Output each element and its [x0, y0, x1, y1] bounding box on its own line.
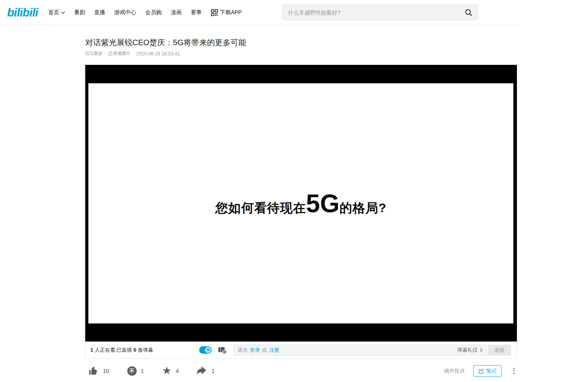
register-link[interactable]: 注册 — [269, 347, 279, 354]
favorite-count: 4 — [176, 368, 179, 374]
watching-count: 1 — [90, 347, 93, 353]
nav-item-label: 首页 — [48, 9, 59, 16]
nav-item-label: 漫画 — [171, 9, 182, 16]
note-button-label: 笔记 — [486, 367, 496, 375]
nav-item-label: 番剧 — [74, 9, 85, 16]
search-input[interactable] — [288, 9, 465, 16]
nav-item-manga[interactable]: 漫画 — [171, 9, 182, 16]
coin-count: 1 — [141, 368, 144, 374]
nav-item-label: 游戏中心 — [114, 9, 136, 16]
play-count: 521播放 — [85, 50, 103, 57]
nav-item-download-app[interactable]: 下载APP — [211, 9, 242, 16]
nav-item-label: 赛事 — [191, 9, 202, 16]
share-count: 1 — [211, 368, 214, 374]
note-button[interactable]: 笔记 — [473, 365, 502, 377]
thumbs-up-icon — [88, 366, 99, 376]
nav-item-home[interactable]: 首页 — [48, 9, 65, 16]
caption-5g-text: 5G — [306, 189, 339, 218]
coin-icon: 不 — [127, 366, 137, 376]
nav-item-bangumi[interactable]: 番剧 — [74, 9, 85, 16]
video-frame: 您如何看待现在5G的格局? — [88, 83, 513, 323]
share-button[interactable]: 1 — [197, 366, 214, 376]
more-menu-icon[interactable] — [513, 368, 515, 374]
top-nav-bar: bilibili 首页 番剧 直播 游戏中心 会员购 漫画 赛事 — [0, 0, 520, 25]
favorite-button[interactable]: ★ 4 — [162, 365, 179, 376]
nav-item-live[interactable]: 直播 — [94, 9, 105, 16]
danmaku-settings-icon[interactable] — [218, 346, 227, 354]
like-button[interactable]: 10 — [88, 366, 109, 376]
danmaku-toggle[interactable]: 弹 — [199, 346, 212, 354]
share-arrow-icon — [197, 366, 207, 376]
loaded-danmaku-count: 0 — [134, 347, 136, 353]
note-edit-icon — [478, 368, 484, 374]
video-meta: 521播放 · 总弹幕数0 2020-06-25 16:53:41 — [85, 50, 517, 57]
nav-item-game-center[interactable]: 游戏中心 — [114, 9, 136, 16]
action-bar-right: 稿件投诉 笔记 — [444, 365, 517, 377]
loaded-danmaku-text: 条弹幕 — [138, 347, 153, 354]
login-hint-or: 或 — [262, 347, 267, 354]
meta-separator: · — [104, 51, 106, 57]
search-icon[interactable] — [465, 9, 473, 17]
search-box[interactable] — [282, 4, 478, 20]
video-player[interactable]: 您如何看待现在5G的格局? — [85, 65, 517, 342]
danmaku-input[interactable]: 请先 登录 或 注册 弹幕礼仪 — [233, 345, 487, 356]
send-button[interactable]: 发送 — [488, 345, 511, 356]
coin-button[interactable]: 不 1 — [127, 366, 144, 376]
video-caption: 您如何看待现在5G的格局? — [215, 189, 387, 218]
watching-status: 1 人正在看,已装填 0 条弹幕 — [90, 347, 199, 354]
danmaku-toggle-knob: 弹 — [205, 347, 211, 353]
caption-text: 您如何看待现在 — [215, 201, 306, 215]
star-icon: ★ — [162, 365, 171, 376]
danmaku-etiquette-link[interactable]: 弹幕礼仪 — [457, 347, 483, 354]
nav-item-label: 直播 — [94, 9, 105, 16]
danmaku-total: 总弹幕数0 — [108, 50, 130, 57]
danmaku-etiquette-label: 弹幕礼仪 — [457, 347, 478, 354]
publish-datetime: 2020-06-25 16:53:41 — [136, 51, 180, 57]
bilibili-logo[interactable]: bilibili — [7, 7, 38, 18]
login-hint-prefix: 请先 — [238, 347, 248, 354]
primary-nav: 首页 番剧 直播 游戏中心 会员购 漫画 赛事 — [48, 9, 242, 16]
action-bar: 10 不 1 ★ 4 1 稿件投诉 笔记 — [85, 359, 517, 382]
like-count: 10 — [103, 368, 109, 374]
qr-code-icon — [211, 9, 218, 16]
danmaku-toolbar: 1 人正在看,已装填 0 条弹幕 弹 请先 登录 或 注册 — [85, 342, 517, 359]
nav-item-label: 下载APP — [220, 9, 242, 16]
nav-item-esports[interactable]: 赛事 — [191, 9, 202, 16]
chevron-right-icon — [480, 348, 483, 352]
chevron-down-icon — [61, 11, 65, 14]
watching-text: 人正在看,已装填 — [95, 347, 132, 354]
video-title: 对话紫光展锐CEO楚庆：5G将带来的更多可能 — [85, 37, 517, 48]
nav-item-vip-shop[interactable]: 会员购 — [145, 9, 162, 16]
caption-text: 的格局? — [339, 201, 387, 215]
login-link[interactable]: 登录 — [250, 347, 260, 354]
video-page-content: 对话紫光展锐CEO楚庆：5G将带来的更多可能 521播放 · 总弹幕数0 202… — [85, 37, 517, 382]
report-link[interactable]: 稿件投诉 — [444, 367, 465, 375]
nav-item-label: 会员购 — [145, 9, 162, 16]
